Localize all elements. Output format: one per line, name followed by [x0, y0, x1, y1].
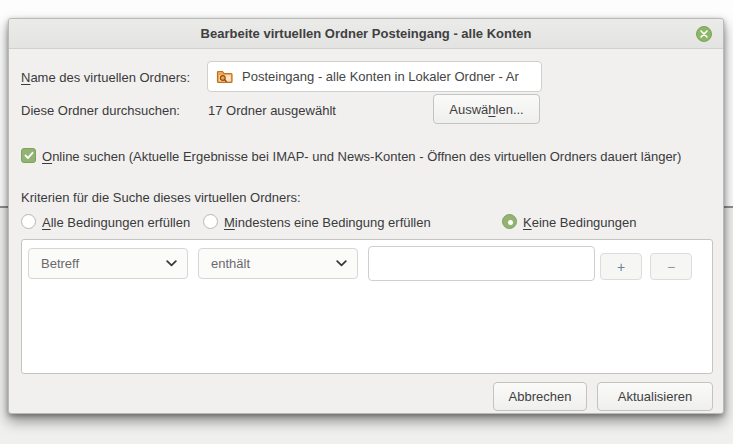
chevron-down-icon	[166, 260, 177, 267]
chevron-down-icon	[336, 260, 347, 267]
update-button[interactable]: Aktualisieren	[597, 382, 713, 411]
radio-match-any[interactable]	[203, 214, 218, 229]
search-online-label: Online suchen (Aktuelle Ergebnisse bei I…	[42, 149, 681, 164]
name-input[interactable]: Posteingang - alle Konten in Lokaler Ord…	[207, 61, 542, 92]
condition-value-input[interactable]	[368, 246, 595, 281]
dialog-titlebar: Bearbeite virtuellen Ordner Posteingang …	[9, 19, 723, 49]
condition-operator-dropdown[interactable]: enthält	[198, 248, 358, 279]
folders-selected-count: 17 Ordner ausgewählt	[208, 103, 336, 118]
criteria-heading: Kriterien für die Suche dieses virtuelle…	[21, 190, 301, 205]
radio-match-none-label: Keine Bedingungen	[523, 215, 637, 230]
radio-match-any-label: Mindestens eine Bedingung erfüllen	[224, 215, 431, 230]
conditions-panel: Betreff enthält + −	[21, 239, 713, 374]
radio-match-all[interactable]	[21, 214, 36, 229]
dialog-title: Bearbeite virtuellen Ordner Posteingang …	[9, 19, 723, 49]
close-icon	[700, 30, 708, 38]
condition-attribute-dropdown[interactable]: Betreff	[28, 248, 188, 279]
choose-folders-button[interactable]: Auswählen...	[433, 94, 540, 124]
add-condition-button[interactable]: +	[600, 253, 642, 280]
close-button[interactable]	[696, 26, 712, 42]
name-label: Name des virtuellen Ordners:	[21, 70, 190, 85]
cancel-button[interactable]: Abbrechen	[493, 382, 587, 411]
radio-match-none[interactable]	[502, 214, 517, 229]
radio-match-all-label: Alle Bedingungen erfüllen	[42, 215, 190, 230]
condition-operator-value: enthält	[211, 256, 336, 271]
condition-attribute-value: Betreff	[41, 256, 166, 271]
search-folder-icon	[216, 69, 234, 85]
name-value: Posteingang - alle Konten in Lokaler Ord…	[242, 69, 535, 84]
search-online-checkbox[interactable]	[21, 148, 36, 163]
folders-label: Diese Ordner durchsuchen:	[21, 103, 180, 118]
check-icon	[24, 151, 34, 160]
remove-condition-button[interactable]: −	[650, 253, 692, 280]
edit-virtual-folder-dialog: Bearbeite virtuellen Ordner Posteingang …	[8, 18, 724, 414]
